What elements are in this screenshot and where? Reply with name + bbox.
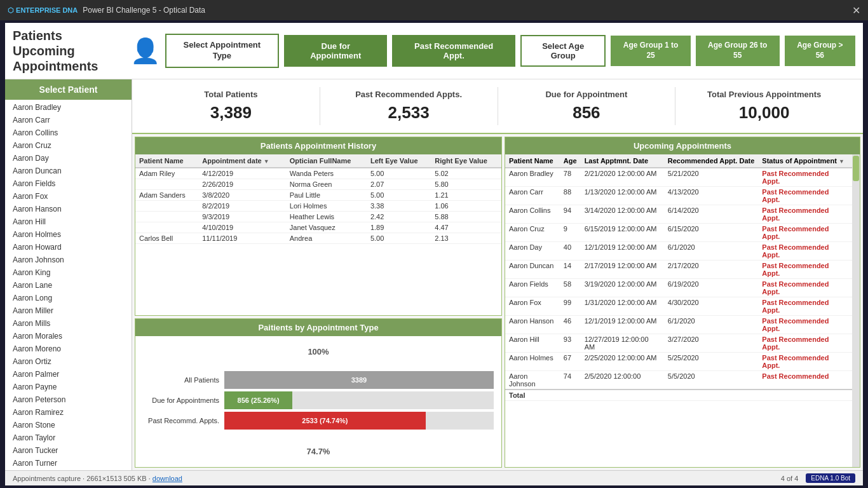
table-row: 2/26/2019 Norma Green 2.07 5.80 bbox=[135, 179, 501, 190]
person-icon: 👤 bbox=[130, 37, 160, 65]
sidebar-patient-item[interactable]: Aaron Tucker bbox=[5, 444, 132, 457]
statusbar: Appointments capture · 2661×1513 505 KB … bbox=[5, 470, 863, 485]
cell-last-appt: 2/17/2019 12:00:00 AM bbox=[581, 261, 664, 279]
close-icon[interactable]: ✕ bbox=[852, 4, 860, 17]
sidebar-patient-item[interactable]: Aaron Long bbox=[5, 292, 132, 304]
kpi-total-prev: Total Previous Appointments 10,000 bbox=[675, 87, 853, 125]
cell-appt-date: 4/12/2019 bbox=[198, 168, 286, 179]
sidebar-patient-item[interactable]: Aaron Payne bbox=[5, 381, 132, 393]
sidebar-patient-item[interactable]: Aaron Hanson bbox=[5, 203, 132, 215]
col-patient-name: Patient Name bbox=[135, 154, 198, 168]
bar-track: 856 (25.26%) bbox=[224, 391, 494, 409]
cell-age: 94 bbox=[560, 205, 581, 224]
cell-patient-name: Aaron Day bbox=[505, 242, 560, 261]
sidebar-header: Select Patient bbox=[5, 79, 132, 100]
cell-patient-name: Aaron Duncan bbox=[505, 261, 560, 279]
sidebar-patient-item[interactable]: Aaron Peterson bbox=[5, 393, 132, 406]
upcoming-table-scroll[interactable]: Patient Name Age Last Apptmnt. Date Reco… bbox=[505, 154, 852, 467]
cell-left-eye: 5.00 bbox=[367, 190, 431, 201]
content-area: Select Patient Aaron BradleyAaron CarrAa… bbox=[5, 79, 863, 470]
sidebar-patient-item[interactable]: Aaron Palmer bbox=[5, 368, 132, 381]
kpi-total-patients-value: 3,389 bbox=[147, 103, 315, 123]
sidebar-patient-item[interactable]: Aaron Bradley bbox=[5, 101, 132, 114]
sidebar-patient-item[interactable]: Aaron Ortiz bbox=[5, 355, 132, 368]
past-recommended-appt-button[interactable]: Past Recommended Appt. bbox=[392, 35, 515, 67]
sidebar-patient-item[interactable]: Aaron Carr bbox=[5, 114, 132, 126]
sidebar-patient-item[interactable]: Aaron Morales bbox=[5, 330, 132, 342]
sidebar-patient-item[interactable]: Aaron Fields bbox=[5, 177, 132, 190]
history-table: Patient Name Appointment date ▼ Optician… bbox=[135, 154, 501, 244]
sidebar-patient-item[interactable]: Aaron Taylor bbox=[5, 431, 132, 444]
table-row: Aaron Duncan 14 2/17/2019 12:00:00 AM 2/… bbox=[505, 261, 852, 279]
sidebar-patient-item[interactable]: Aaron Cruz bbox=[5, 139, 132, 152]
col-age: Age bbox=[560, 154, 581, 168]
cell-right-eye: 5.88 bbox=[431, 212, 501, 222]
cell-age: 58 bbox=[560, 279, 581, 297]
sidebar-patient-item[interactable]: Aaron Duncan bbox=[5, 165, 132, 177]
cell-age: 74 bbox=[560, 371, 581, 390]
cell-status: Past Recommended bbox=[758, 371, 852, 390]
cell-age: 67 bbox=[560, 353, 581, 371]
sidebar-patient-item[interactable]: Aaron Holmes bbox=[5, 228, 132, 241]
kpi-due-value: 856 bbox=[503, 103, 670, 123]
select-age-group-button[interactable]: Select Age Group bbox=[520, 35, 606, 67]
cell-patient-name: Aaron Hill bbox=[505, 334, 560, 353]
bar-track: 2533 (74.74%) bbox=[224, 412, 494, 430]
col-optician: Optician FullName bbox=[286, 154, 367, 168]
cell-appt-date: 11/11/2019 bbox=[198, 233, 286, 244]
table-row: Aaron Collins 94 3/14/2020 12:00:00 AM 6… bbox=[505, 205, 852, 224]
cell-patient-name bbox=[135, 222, 198, 233]
cell-left-eye: 2.07 bbox=[367, 179, 431, 190]
sidebar-patient-item[interactable]: Aaron Moreno bbox=[5, 342, 132, 355]
scroll-indicator[interactable] bbox=[852, 154, 860, 467]
age-group-1-25-button[interactable]: Age Group 1 to 25 bbox=[611, 36, 690, 65]
col-appt-date: Appointment date ▼ bbox=[198, 154, 286, 168]
table-row: Adam Sanders 3/8/2020 Paul Little 5.00 1… bbox=[135, 190, 501, 201]
table-row: Aaron Fields 58 3/19/2020 12:00:00 AM 6/… bbox=[505, 279, 852, 297]
table-row: Aaron Cruz 9 6/15/2019 12:00:00 AM 6/15/… bbox=[505, 224, 852, 242]
cell-status: Past Recommended Appt. bbox=[758, 205, 852, 224]
cell-last-appt: 12/1/2019 12:00:00 AM bbox=[581, 242, 664, 261]
sidebar-patient-item[interactable]: Aaron Howard bbox=[5, 241, 132, 254]
sidebar-patient-item[interactable]: Aaron Lane bbox=[5, 279, 132, 292]
cell-patient-name: Adam Riley bbox=[135, 168, 198, 179]
total-label: Total bbox=[505, 390, 852, 401]
sidebar-patient-item[interactable]: Aaron Hill bbox=[5, 215, 132, 228]
age-group-56-button[interactable]: Age Group > 56 bbox=[785, 36, 855, 65]
bar-label: Due for Appointments bbox=[143, 396, 219, 404]
table-row: Aaron Hanson 46 12/1/2019 12:00:00 AM 6/… bbox=[505, 316, 852, 334]
col-right-eye: Right Eye Value bbox=[431, 154, 501, 168]
sidebar-patient-item[interactable]: Aaron Miller bbox=[5, 304, 132, 317]
cell-age: 9 bbox=[560, 224, 581, 242]
scroll-thumb bbox=[853, 156, 859, 181]
chart-area: 100% All Patients 3389 Due for Appointme… bbox=[135, 336, 501, 467]
sidebar-patient-item[interactable]: Aaron Ramirez bbox=[5, 406, 132, 419]
history-table-scroll[interactable]: Patient Name Appointment date ▼ Optician… bbox=[135, 154, 501, 315]
download-link[interactable]: download bbox=[153, 475, 182, 482]
sidebar-patient-item[interactable]: Aaron Johnson bbox=[5, 254, 132, 266]
sidebar-patient-item[interactable]: Aaron Mills bbox=[5, 317, 132, 330]
select-appointment-type-button[interactable]: Select Appointment Type bbox=[165, 34, 280, 68]
sidebar-patient-item[interactable]: Aaron King bbox=[5, 266, 132, 279]
enterprise-dna-logo: ⬡ ENTERPRISE DNA bbox=[8, 6, 78, 15]
patient-list[interactable]: Aaron BradleyAaron CarrAaron CollinsAaro… bbox=[5, 100, 132, 470]
col-last-appt: Last Apptmnt. Date bbox=[581, 154, 664, 168]
sidebar-patient-item[interactable]: Aaron Stone bbox=[5, 419, 132, 431]
history-table-header: Patients Appointment History bbox=[135, 137, 501, 154]
sidebar-patient-item[interactable]: Aaron Day bbox=[5, 152, 132, 165]
sidebar-patient-item[interactable]: Aaron Fox bbox=[5, 190, 132, 203]
age-group-26-55-button[interactable]: Age Group 26 to 55 bbox=[696, 36, 780, 65]
main-content: Total Patients 3,389 Past Recommended Ap… bbox=[132, 79, 863, 470]
cell-patient-name: Aaron Cruz bbox=[505, 224, 560, 242]
cell-age: 46 bbox=[560, 316, 581, 334]
table-row: Aaron Fox 99 1/31/2020 12:00:00 AM 4/30/… bbox=[505, 297, 852, 316]
sidebar-patient-item[interactable]: Aaron Collins bbox=[5, 126, 132, 139]
col-rec-date: Recommended Appt. Date bbox=[664, 154, 759, 168]
cell-last-appt: 6/15/2019 12:00:00 AM bbox=[581, 224, 664, 242]
cell-last-appt: 12/27/2019 12:00:00 AM bbox=[581, 334, 664, 353]
sidebar-patient-item[interactable]: Aaron Turner bbox=[5, 457, 132, 470]
bar-label: All Patients bbox=[143, 376, 219, 384]
cell-patient-name: Aaron Fields bbox=[505, 279, 560, 297]
pct-label-top: 100% bbox=[143, 347, 494, 356]
due-for-appointment-button[interactable]: Due for Appointment bbox=[284, 35, 387, 67]
